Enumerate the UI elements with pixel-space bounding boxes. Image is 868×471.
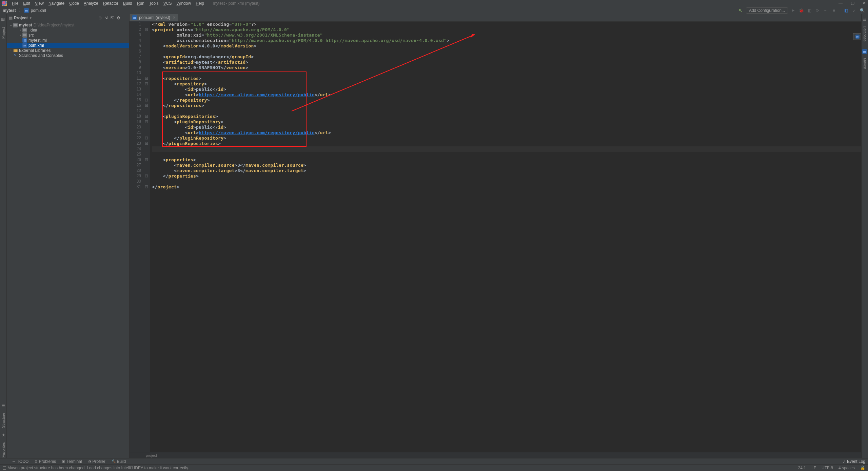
editor-tabs: m pom.xml (mytest) × — [130, 14, 861, 22]
tree-external-libraries[interactable]: External Libraries — [7, 48, 129, 53]
maximize-icon[interactable]: ▢ — [851, 1, 854, 5]
menu-refactor[interactable]: Refactor — [101, 0, 120, 6]
editor-body[interactable]: 1234567891011121314151617181920212223242… — [130, 22, 861, 452]
notification-thumbnail[interactable]: m × — [853, 33, 861, 40]
tree-scratches[interactable]: Scratches and Consoles — [7, 53, 129, 58]
file-encoding[interactable]: UTF-8 — [822, 466, 833, 470]
menu-help[interactable]: Help — [194, 0, 206, 6]
favorites-tool-label[interactable]: Favorites — [1, 442, 5, 457]
problems-tool-button[interactable]: ⊘Problems — [35, 459, 56, 464]
project-tool-label[interactable]: Project — [1, 27, 5, 39]
build-icon[interactable]: ↖ — [738, 8, 743, 13]
menu-run[interactable]: Run — [135, 0, 146, 6]
editor-tab-active[interactable]: m pom.xml (mytest) × — [130, 14, 178, 21]
menu-build[interactable]: Build — [121, 0, 134, 6]
tree-item-pom-xml[interactable]: mpom.xml — [7, 43, 129, 48]
profiler-tool-button[interactable]: ◔Profiler — [88, 459, 105, 464]
editor-tab-label: pom.xml (mytest) — [139, 15, 170, 20]
hide-panel-icon[interactable]: — — [123, 16, 127, 20]
tree-item--idea[interactable]: .idea — [7, 27, 129, 33]
breadcrumb-root[interactable]: mytest — [0, 8, 17, 13]
code-editor[interactable]: ✔ m × <?xml version="1.0" encoding="UTF-… — [150, 22, 861, 452]
attach-icon[interactable]: ⋯ — [823, 7, 829, 14]
menu-file[interactable]: File — [10, 0, 20, 6]
menu-edit[interactable]: Edit — [21, 0, 32, 6]
window-title: mytest - pom.xml (mytest) — [213, 1, 260, 6]
menu-bar: FileEditViewNavigateCodeAnalyzeRefactorB… — [0, 0, 868, 7]
editor-breadcrumb-item[interactable]: project — [146, 453, 157, 457]
terminal-tool-button[interactable]: ▣Terminal — [62, 459, 82, 464]
line-number-gutter: 1234567891011121314151617181920212223242… — [130, 22, 143, 452]
tab-close-icon[interactable]: × — [173, 15, 175, 20]
menu-analyze[interactable]: Analyze — [82, 0, 100, 6]
maven-tool-icon: m — [862, 49, 867, 54]
editor-area: m pom.xml (mytest) × 1234567891011121314… — [130, 14, 861, 458]
settings-gear-icon[interactable]: ⚙ — [117, 16, 120, 20]
project-panel: ▦ Project ⊕ ⇲ ⇱ ⚙ — mytestD:\IdeaProject… — [7, 14, 130, 458]
window-controls[interactable]: — ▢ ✕ — [839, 1, 866, 5]
database-tool-label[interactable]: Database — [863, 26, 867, 42]
menu-vcs[interactable]: VCS — [161, 0, 174, 6]
profile-icon[interactable]: ⟳ — [814, 7, 821, 14]
search-everywhere-icon[interactable]: 🔍 — [859, 7, 865, 14]
line-separator[interactable]: LF — [811, 466, 816, 470]
menu-view[interactable]: View — [33, 0, 46, 6]
menu-code[interactable]: Code — [67, 0, 81, 6]
stop-icon[interactable]: ■ — [831, 7, 837, 14]
right-tool-strip: ▤ Database m Maven — [861, 14, 868, 458]
project-tree[interactable]: mytestD:\IdeaProjects\mytest.ideasrc▦myt… — [7, 22, 129, 458]
build-tool-button[interactable]: 🔨Build — [112, 459, 126, 464]
maven-file-icon: m — [24, 8, 29, 13]
menu-window[interactable]: Window — [174, 0, 193, 6]
event-log-button[interactable]: 🗨Event Log — [842, 459, 865, 464]
breadcrumb-file[interactable]: pom.xml — [29, 8, 47, 13]
expand-all-icon[interactable]: ⇲ — [104, 16, 108, 20]
tool-window-button[interactable] — [3, 466, 6, 470]
status-message: Maven project structure has been changed… — [7, 466, 189, 470]
tools-bar: ≔TODO ⊘Problems ▣Terminal ◔Profiler 🔨Bui… — [0, 458, 868, 464]
run-icon[interactable]: ▶ — [790, 7, 796, 14]
add-configuration-button[interactable]: Add Configuration... — [746, 7, 788, 14]
breadcrumb-sep: 〉 — [19, 7, 23, 13]
project-tool-icon: ▦ — [1, 17, 6, 22]
close-icon[interactable]: ✕ — [863, 1, 866, 5]
menu-navigate[interactable]: Navigate — [46, 0, 66, 6]
maven-file-icon: m — [132, 15, 137, 20]
coverage-icon[interactable]: ◧ — [806, 7, 812, 14]
indent-setting[interactable]: 4 spaces — [839, 466, 855, 470]
database-tool-icon: ▤ — [863, 17, 867, 22]
update-icon[interactable]: ↙ — [851, 7, 857, 14]
app-logo-icon — [2, 1, 7, 6]
caret-position[interactable]: 24:1 — [798, 466, 806, 470]
main-area: ▦ Project ▦ Project ⊕ ⇲ ⇱ ⚙ — mytestD:\I… — [0, 14, 868, 458]
editor-breadcrumb[interactable]: project — [130, 452, 861, 458]
tree-project-root[interactable]: mytestD:\IdeaProjects\mytest — [7, 22, 129, 27]
menu-tools[interactable]: Tools — [147, 0, 161, 6]
left-tool-strip: ▦ Project — [0, 14, 7, 458]
debug-icon[interactable]: 🐞 — [798, 7, 804, 14]
todo-tool-button[interactable]: ≔TODO — [12, 459, 28, 464]
tree-item-src[interactable]: src — [7, 33, 129, 38]
fold-gutter[interactable]: ⊟⊟⊟⊟⊟⊟⊟⊟⊟⊟⊟⊟ — [143, 22, 150, 452]
structure-tool-icon: ≣ — [2, 403, 5, 408]
minimize-icon[interactable]: — — [839, 1, 843, 5]
maven-tool-label[interactable]: Maven — [863, 58, 867, 69]
left-tool-strip-bottom: ≣ Structure ★ Favorites — [0, 403, 7, 457]
project-panel-header: ▦ Project ⊕ ⇲ ⇱ ⚙ — — [7, 14, 129, 22]
structure-tool-label[interactable]: Structure — [1, 413, 5, 428]
breadcrumb-bar: mytest 〉 m pom.xml ↖ Add Configuration..… — [0, 7, 868, 14]
git-icon[interactable]: ◧ — [843, 7, 849, 14]
collapse-all-icon[interactable]: ⇱ — [111, 16, 114, 20]
status-bar: Maven project structure has been changed… — [0, 464, 868, 471]
readonly-lock-icon[interactable]: 🔓 — [860, 466, 865, 470]
favorites-tool-icon: ★ — [2, 433, 5, 437]
locate-icon[interactable]: ⊕ — [98, 16, 102, 20]
tree-item-mytest-iml[interactable]: ▦mytest.iml — [7, 38, 129, 43]
project-view-combo[interactable]: Project — [14, 16, 32, 20]
